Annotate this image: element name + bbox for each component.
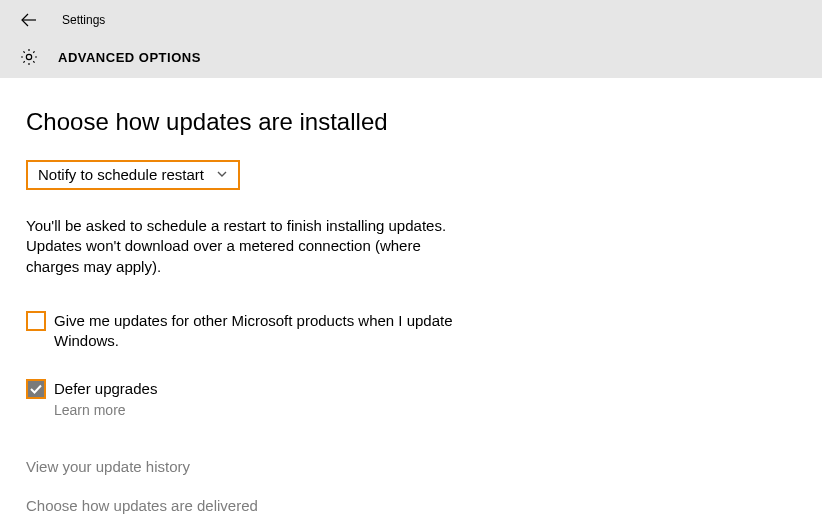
checkbox-row-other-products: Give me updates for other Microsoft prod… xyxy=(26,311,796,352)
checkbox-other-products[interactable] xyxy=(26,311,46,331)
checkbox-other-products-label: Give me updates for other Microsoft prod… xyxy=(54,311,494,352)
page-title: Choose how updates are installed xyxy=(26,108,796,136)
install-mode-description: You'll be asked to schedule a restart to… xyxy=(26,216,466,277)
checkbox-row-defer: Defer upgrades Learn more xyxy=(26,379,796,417)
checkbox-defer-label-group: Defer upgrades Learn more xyxy=(54,379,157,417)
learn-more-link[interactable]: Learn more xyxy=(54,402,157,418)
settings-label: Settings xyxy=(62,13,105,27)
dropdown-value: Notify to schedule restart xyxy=(38,166,204,183)
install-mode-dropdown[interactable]: Notify to schedule restart xyxy=(26,160,240,190)
back-button[interactable] xyxy=(18,9,40,31)
header-sub-row: ADVANCED OPTIONS xyxy=(18,46,822,68)
section-title: ADVANCED OPTIONS xyxy=(58,50,201,65)
checkbox-defer-upgrades[interactable] xyxy=(26,379,46,399)
svg-point-1 xyxy=(26,54,31,59)
choose-delivery-link[interactable]: Choose how updates are delivered xyxy=(26,497,796,514)
content-area: Choose how updates are installed Notify … xyxy=(0,78,822,525)
header-top-row: Settings xyxy=(18,6,822,34)
window-header: Settings ADVANCED OPTIONS xyxy=(0,0,822,78)
chevron-down-icon xyxy=(216,166,228,183)
checkbox-defer-upgrades-label: Defer upgrades xyxy=(54,379,157,399)
back-arrow-icon xyxy=(19,10,39,30)
gear-icon xyxy=(18,46,40,68)
view-update-history-link[interactable]: View your update history xyxy=(26,458,796,475)
